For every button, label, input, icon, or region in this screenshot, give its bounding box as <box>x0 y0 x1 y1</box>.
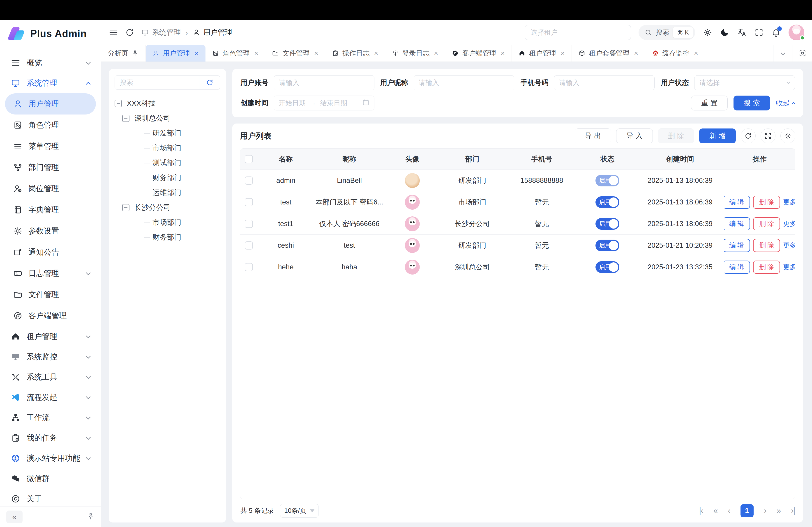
hamburger-menu-button[interactable] <box>109 28 118 37</box>
edit-button[interactable]: 编辑 <box>724 196 750 209</box>
tree-node-company[interactable]: 深圳总公司 <box>122 111 220 126</box>
prev-page-button[interactable]: ‹ <box>728 506 730 515</box>
tree-node-dept[interactable]: 研发部门 <box>153 126 220 141</box>
collapse-box-icon[interactable] <box>122 204 129 211</box>
add-button[interactable]: 新增 <box>699 129 736 144</box>
sidebar-item-system-management[interactable]: 系统管理 <box>5 73 96 93</box>
notifications-bell-button[interactable] <box>771 28 781 37</box>
export-button[interactable]: 导出 <box>575 129 611 144</box>
sidebar-item-user-management[interactable]: 用户管理 <box>5 93 96 115</box>
tree-refresh-button[interactable] <box>199 76 220 90</box>
edit-button[interactable]: 编辑 <box>724 260 750 274</box>
sidebar-collapse-button[interactable]: « <box>6 511 23 523</box>
tab-operation-log[interactable]: 操作日志 × <box>325 45 385 62</box>
tree-node-dept[interactable]: 财务部门 <box>153 230 220 245</box>
sidebar-item-demo-features[interactable]: 演示站专用功能 <box>5 448 96 468</box>
tab-role-management[interactable]: 角色管理 × <box>205 45 265 62</box>
tabs-dropdown-button[interactable] <box>773 45 793 62</box>
page-size-select[interactable]: 10条/页 <box>280 504 318 517</box>
search-button[interactable]: 搜索 <box>734 95 770 110</box>
status-toggle[interactable]: 启用 <box>595 240 619 251</box>
sidebar-item-dept-management[interactable]: 部门管理 <box>5 157 96 178</box>
status-toggle[interactable]: 启用 <box>595 196 619 208</box>
sidebar-item-system-tools[interactable]: 系统工具 <box>5 367 96 387</box>
close-icon[interactable]: × <box>693 49 698 58</box>
sidebar-item-about[interactable]: 关于 <box>5 489 96 506</box>
sidebar-item-client-management[interactable]: 客户端管理 <box>5 305 96 326</box>
collapse-box-icon[interactable] <box>115 100 122 107</box>
close-icon[interactable]: × <box>499 49 505 58</box>
close-icon[interactable]: × <box>633 49 638 58</box>
table-fullscreen-button[interactable] <box>760 129 775 144</box>
nickname-input[interactable] <box>414 75 514 90</box>
dark-mode-toggle[interactable] <box>720 28 729 37</box>
more-link[interactable]: 更多 <box>783 198 795 207</box>
sidebar-item-menu-management[interactable]: 菜单管理 <box>5 136 96 157</box>
sidebar-item-workflow[interactable]: 工作流 <box>5 408 96 428</box>
status-select[interactable]: 请选择 <box>694 75 795 90</box>
table-settings-button[interactable] <box>780 129 795 144</box>
row-checkbox[interactable] <box>245 177 253 185</box>
sidebar-pin-button[interactable] <box>87 513 95 521</box>
sidebar-item-log-management[interactable]: 日志管理 <box>5 263 96 284</box>
import-button[interactable]: 导入 <box>616 129 653 144</box>
next-group-button[interactable]: » <box>777 506 781 515</box>
close-icon[interactable]: × <box>373 49 378 58</box>
sidebar-item-post-management[interactable]: 岗位管理 <box>5 178 96 199</box>
pin-icon[interactable] <box>132 50 139 57</box>
tab-file-management[interactable]: 文件管理 × <box>265 45 325 62</box>
tab-login-log[interactable]: 登录日志 × <box>385 45 445 62</box>
more-link[interactable]: 更多 <box>783 241 795 250</box>
sidebar-item-system-monitor[interactable]: 系统监控 <box>5 347 96 367</box>
tree-node-dept[interactable]: 市场部门 <box>153 215 220 230</box>
select-all-checkbox[interactable] <box>245 155 253 163</box>
row-checkbox[interactable] <box>245 241 253 250</box>
tab-tenant-package[interactable]: 租户套餐管理 × <box>572 45 645 62</box>
user-avatar[interactable] <box>788 25 804 40</box>
tenant-select-input[interactable] <box>525 25 631 40</box>
status-toggle[interactable]: 启用 <box>595 218 619 230</box>
row-checkbox[interactable] <box>245 220 253 228</box>
close-icon[interactable]: × <box>193 49 199 58</box>
collapse-box-icon[interactable] <box>122 115 129 122</box>
sidebar-item-notice[interactable]: 通知公告 <box>5 242 96 263</box>
sidebar-item-my-tasks[interactable]: 我的任务 <box>5 428 96 448</box>
sidebar-item-dict-management[interactable]: 字典管理 <box>5 199 96 221</box>
table-refresh-button[interactable] <box>741 129 756 144</box>
delete-row-button[interactable]: 删除 <box>753 196 780 209</box>
breadcrumb-item[interactable]: 系统管理 <box>152 28 181 37</box>
close-icon[interactable]: × <box>313 49 318 58</box>
sidebar-item-overview[interactable]: 概览 <box>5 53 96 73</box>
content-fullscreen-button[interactable] <box>793 45 812 62</box>
edit-button[interactable]: 编辑 <box>724 217 750 230</box>
refresh-page-button[interactable] <box>125 28 134 37</box>
sidebar-item-param-settings[interactable]: 参数设置 <box>5 221 96 242</box>
tab-analysis[interactable]: 分析页 <box>101 45 145 62</box>
sidebar-item-wechat-group[interactable]: 微信群 <box>5 468 96 489</box>
row-checkbox[interactable] <box>245 263 253 271</box>
delete-row-button[interactable]: 删除 <box>753 217 780 230</box>
sidebar-item-role-management[interactable]: 角色管理 <box>5 115 96 136</box>
more-link[interactable]: 更多 <box>783 262 795 272</box>
collapse-filters-link[interactable]: 收起 <box>776 98 795 108</box>
tab-cache-monitor[interactable]: 缓存监控 × <box>645 45 705 62</box>
last-page-button[interactable]: ›| <box>791 506 795 515</box>
edit-button[interactable]: 编辑 <box>724 239 750 252</box>
sidebar-item-process-start[interactable]: 流程发起 <box>5 387 96 408</box>
fullscreen-button[interactable] <box>754 28 764 37</box>
tree-node-dept[interactable]: 市场部门 <box>153 141 220 155</box>
settings-gear-button[interactable] <box>703 28 712 37</box>
status-toggle[interactable]: 启用 <box>595 175 619 186</box>
first-page-button[interactable]: |‹ <box>699 506 703 515</box>
delete-button[interactable]: 删除 <box>658 129 694 144</box>
language-switch-button[interactable] <box>737 28 746 37</box>
tab-client-management[interactable]: 客户端管理 × <box>445 45 512 62</box>
delete-row-button[interactable]: 删除 <box>753 260 780 274</box>
date-range-picker[interactable]: 开始日期 → 结束日期 <box>274 95 374 110</box>
sidebar-item-file-management[interactable]: 文件管理 <box>5 284 96 305</box>
reset-button[interactable]: 重置 <box>691 95 728 110</box>
delete-row-button[interactable]: 删除 <box>753 239 780 252</box>
status-toggle[interactable]: 启用 <box>595 261 619 273</box>
current-page-button[interactable]: 1 <box>740 504 754 517</box>
tree-node-root[interactable]: XXX科技 <box>115 96 220 111</box>
